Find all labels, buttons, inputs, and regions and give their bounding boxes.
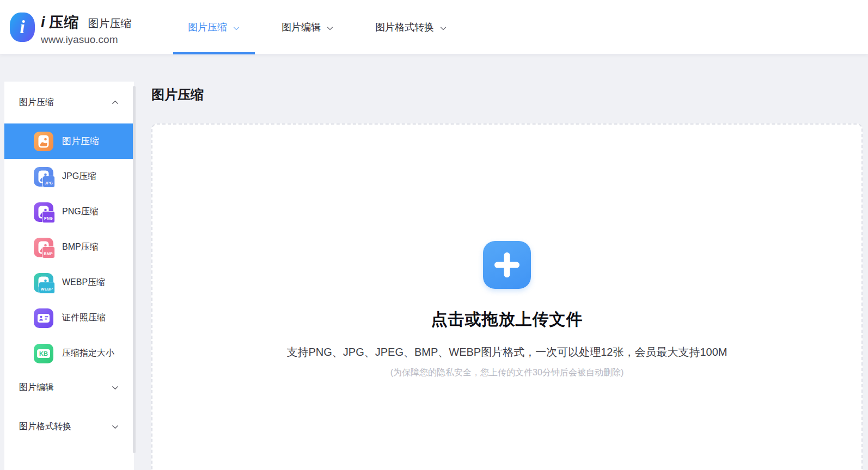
sidebar-group-label: 图片编辑: [19, 382, 54, 393]
image-compress-icon: [34, 132, 53, 151]
nav-item-label: 图片压缩: [188, 21, 227, 34]
chevron-up-icon: [111, 98, 119, 107]
sidebar-item-label: 图片压缩: [62, 135, 99, 147]
sidebar-group-label: 图片压缩: [19, 97, 54, 108]
page-title: 图片压缩: [151, 86, 204, 103]
nav-item-label: 图片编辑: [282, 21, 321, 34]
bmp-compress-icon: BMP: [34, 238, 53, 257]
logo-name: 压缩: [49, 13, 80, 32]
jpg-compress-icon: JPG: [34, 167, 53, 187]
id-photo-compress-icon: [34, 308, 53, 328]
sidebar-item-label: 证件照压缩: [62, 312, 106, 324]
chevron-down-icon: [233, 24, 240, 32]
sidebar-item-image-compress[interactable]: 图片压缩: [4, 123, 134, 159]
chevron-down-icon: [111, 384, 119, 392]
brand-logo[interactable]: i i 压缩 图片压缩 www.iyasuo.com: [10, 13, 132, 46]
nav-item-format-convert[interactable]: 图片格式转换: [360, 0, 462, 54]
sidebar-item-webp-compress[interactable]: WEBP WEBP压缩: [4, 265, 134, 300]
sidebar-item-bmp-compress[interactable]: BMP BMP压缩: [4, 230, 134, 265]
site-url: www.iyasuo.com: [41, 34, 132, 46]
top-nav: 图片压缩 图片编辑 图片格式转换: [173, 0, 462, 54]
sidebar-item-id-photo-compress[interactable]: 证件照压缩: [4, 300, 134, 336]
sidebar-group-label: 图片格式转换: [19, 421, 71, 432]
sidebar-group-format-convert[interactable]: 图片格式转换: [4, 404, 134, 449]
nav-item-image-compress[interactable]: 图片压缩: [173, 0, 255, 54]
png-compress-icon: PNG: [34, 202, 53, 222]
sidebar-item-label: BMP压缩: [62, 242, 99, 253]
sidebar-item-label: 压缩指定大小: [62, 348, 114, 359]
chevron-down-icon: [326, 24, 334, 32]
nav-item-image-edit[interactable]: 图片编辑: [267, 0, 349, 54]
upload-support-text: 支持PNG、JPG、JPEG、BMP、WEBP图片格式，一次可以处理12张，会员…: [287, 345, 728, 360]
kb-size-icon: KB: [34, 344, 53, 363]
sidebar-item-jpg-compress[interactable]: JPG JPG压缩: [4, 159, 134, 194]
logo-subtitle: 图片压缩: [88, 16, 132, 31]
upload-privacy-note: (为保障您的隐私安全，您上传的文件30分钟后会被自动删除): [390, 367, 624, 379]
webp-compress-icon: WEBP: [34, 273, 53, 293]
chevron-down-icon: [439, 24, 447, 32]
top-header: i i 压缩 图片压缩 www.iyasuo.com 图片压缩 图片编辑 图片格…: [0, 0, 868, 54]
sidebar-group-image-compress[interactable]: 图片压缩: [4, 82, 134, 123]
plus-upload-icon[interactable]: [483, 241, 531, 289]
upload-heading: 点击或拖放上传文件: [431, 308, 583, 331]
sidebar-item-label: PNG压缩: [62, 206, 99, 218]
chevron-down-icon: [111, 423, 119, 431]
sidebar-item-png-compress[interactable]: PNG PNG压缩: [4, 194, 134, 230]
nav-item-label: 图片格式转换: [375, 21, 434, 34]
sidebar-item-compress-to-size[interactable]: KB 压缩指定大小: [4, 336, 134, 371]
sidebar-item-label: JPG压缩: [62, 171, 96, 182]
sidebar-group-image-edit[interactable]: 图片编辑: [4, 371, 134, 404]
upload-dropzone[interactable]: 点击或拖放上传文件 支持PNG、JPG、JPEG、BMP、WEBP图片格式，一次…: [151, 123, 863, 470]
sidebar-scrollbar[interactable]: [133, 86, 136, 453]
logo-i-icon: i: [10, 13, 35, 42]
sidebar-item-label: WEBP压缩: [62, 277, 105, 288]
logo-i-text: i: [41, 14, 45, 31]
sidebar: 图片压缩 图片压缩 JPG JPG压缩: [4, 82, 134, 470]
